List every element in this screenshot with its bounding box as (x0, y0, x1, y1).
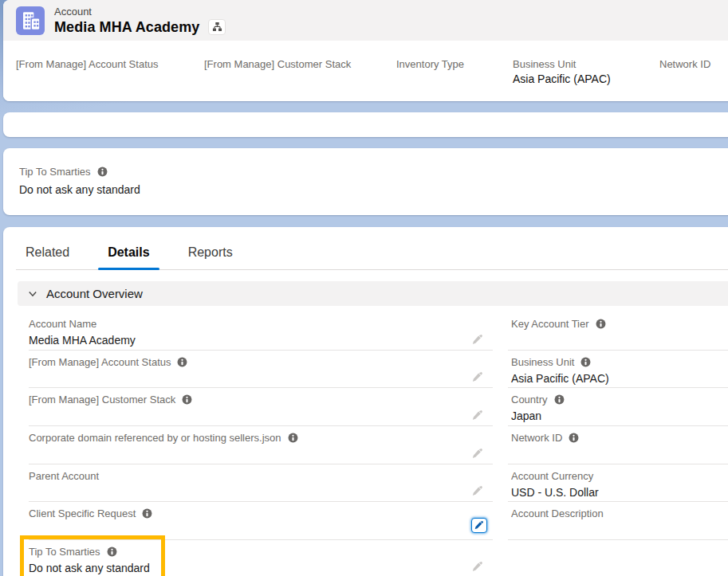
highlight-field-label: [From Manage] Customer Stack (204, 58, 351, 70)
detail-form: Account Name Media MHA Academy (29, 306, 728, 576)
detail-field: Parent Account (29, 464, 493, 503)
info-icon[interactable] (569, 433, 579, 443)
detail-field-label: Account Name (29, 318, 96, 330)
detail-field-label: Account Description (511, 507, 604, 519)
tab-label: Details (108, 245, 149, 260)
info-icon[interactable] (107, 547, 117, 557)
detail-field-value: Media MHA Academy (29, 334, 493, 347)
tab[interactable]: Related (16, 236, 79, 269)
highlight-field: [From Manage] Account Status (16, 58, 158, 72)
entity-label: Account (54, 6, 226, 17)
account-hierarchy-button[interactable] (208, 19, 226, 35)
info-icon[interactable] (177, 357, 187, 367)
detail-field-label: Corporate domain referenced by or hostin… (29, 432, 281, 444)
detail-field-label: Tip To Smarties (29, 546, 100, 558)
detail-field: Account Description (508, 502, 728, 540)
info-icon[interactable] (596, 319, 606, 329)
edit-pencil-icon[interactable] (472, 448, 483, 459)
chevron-down-icon (27, 288, 38, 300)
highlight-field-label: [From Manage] Account Status (16, 58, 158, 70)
detail-field: [From Manage] Account Status (29, 351, 493, 389)
record-tabs: Related Details Reports (16, 227, 728, 270)
info-icon[interactable] (97, 167, 108, 177)
detail-column-left: Account Name Media MHA Academy (29, 312, 493, 576)
detail-field: Account Currency USD - U.S. Dollar (508, 464, 728, 503)
detail-field-label: Key Account Tier (511, 318, 589, 330)
detail-field-label: [From Manage] Account Status (29, 356, 171, 368)
detail-field: Tip To Smarties Do not ask any standard (29, 540, 493, 576)
record-header: Account Media MHA Academy (3, 0, 728, 41)
edit-pencil-icon[interactable] (472, 409, 483, 421)
tip-card-value: Do not ask any standard (19, 183, 725, 196)
detail-field: Country Japan (508, 388, 728, 426)
detail-field-value: USD - U.S. Dollar (511, 486, 728, 499)
tip-card-label: Tip To Smarties (19, 166, 91, 178)
detail-field: [From Manage] Customer Stack (29, 388, 493, 426)
detail-field-label: Parent Account (29, 470, 99, 482)
detail-field: Key Account Tier (508, 312, 728, 351)
tab-label: Related (26, 245, 69, 260)
detail-field-label: Network ID (511, 432, 562, 444)
highlight-field: Business Unit Asia Pacific (APAC) (513, 58, 611, 85)
detail-field: Business Unit Asia Pacific (APAC) (508, 351, 728, 389)
detail-column-right: Key Account Tier Business Unit (508, 312, 728, 576)
detail-field-label: Account Currency (511, 470, 593, 482)
record-detail-card: Related Details Reports Account Overview (3, 227, 728, 576)
edit-pencil-icon[interactable] (472, 485, 483, 496)
highlight-field-label: Inventory Type (396, 58, 464, 70)
detail-field-label: [From Manage] Customer Stack (29, 394, 175, 406)
tab-label: Reports (188, 245, 233, 260)
empty-panel-card (3, 112, 728, 137)
highlight-field-label: Business Unit (513, 58, 611, 70)
section-title: Account Overview (46, 287, 143, 300)
edit-pencil-icon[interactable] (472, 334, 483, 345)
tab[interactable]: Reports (179, 236, 242, 269)
info-icon[interactable] (580, 357, 591, 367)
detail-field-label: Client Specific Request (29, 507, 136, 519)
record-header-card: Account Media MHA Academy [From Manage] … (3, 0, 728, 101)
info-icon[interactable] (554, 394, 565, 405)
detail-field-value: Do not ask any standard (29, 562, 493, 574)
highlight-field-value: Asia Pacific (APAC) (513, 72, 611, 85)
tab[interactable]: Details (98, 236, 159, 269)
account-hierarchy-icon (212, 22, 222, 32)
detail-field-label: Country (511, 394, 548, 406)
edit-pencil-button-focused[interactable] (471, 518, 487, 533)
record-page: Account Media MHA Academy [From Manage] … (0, 0, 728, 576)
edit-pencil-icon[interactable] (472, 561, 483, 572)
detail-field: Corporate domain referenced by or hostin… (29, 426, 493, 464)
highlight-field: Inventory Type (396, 58, 464, 72)
highlight-field: Network ID (659, 58, 710, 72)
detail-field: Network ID (508, 426, 728, 464)
page-title: Media MHA Academy (54, 20, 199, 34)
account-building-icon (16, 6, 45, 35)
info-icon[interactable] (182, 394, 192, 405)
detail-field: Client Specific Request (29, 502, 493, 540)
edit-pencil-icon[interactable] (472, 371, 483, 382)
detail-field-value: Japan (511, 409, 728, 422)
tip-to-smarties-card: Tip To Smarties Do not ask any standard (3, 148, 728, 215)
highlights-panel: [From Manage] Account Status [From Manag… (3, 41, 728, 101)
section-account-overview[interactable]: Account Overview (18, 281, 728, 306)
detail-field: Account Name Media MHA Academy (29, 312, 493, 351)
detail-field-label: Business Unit (511, 356, 574, 368)
detail-field-value: Asia Pacific (APAC) (511, 372, 728, 385)
highlight-field: [From Manage] Customer Stack (204, 58, 351, 72)
highlight-field-label: Network ID (659, 58, 710, 70)
info-icon[interactable] (288, 433, 298, 443)
info-icon[interactable] (142, 508, 152, 519)
